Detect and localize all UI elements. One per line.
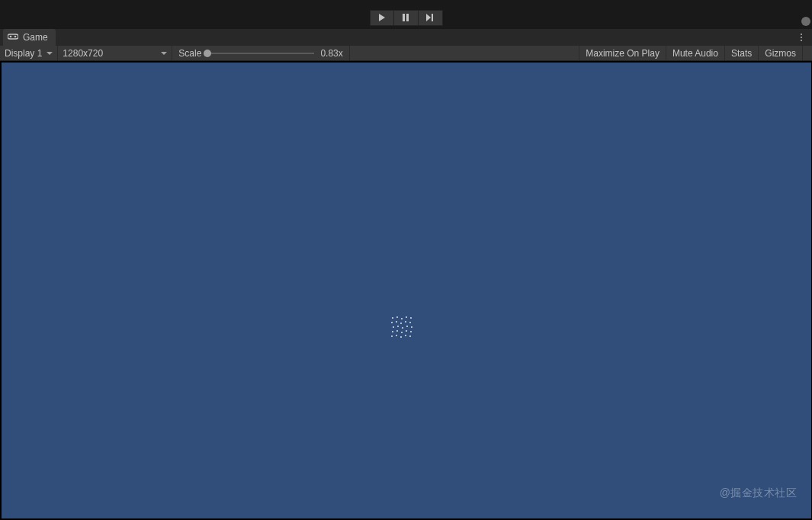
svg-point-30: [400, 336, 402, 338]
chevron-down-icon: [161, 52, 167, 55]
mute-audio-toggle[interactable]: Mute Audio: [666, 46, 724, 60]
svg-point-27: [410, 331, 412, 332]
scene-object: [390, 315, 414, 339]
mute-label: Mute Audio: [672, 48, 718, 59]
svg-rect-4: [432, 14, 433, 21]
svg-point-6: [10, 36, 12, 38]
play-button[interactable]: [370, 10, 394, 26]
tab-label: Game: [23, 32, 48, 43]
svg-rect-1: [403, 14, 405, 21]
gizmos-dropdown[interactable]: [802, 46, 812, 60]
gizmos-toggle[interactable]: Gizmos: [758, 46, 802, 60]
game-tab-icon: [8, 32, 18, 43]
scale-group: Scale 0.83x: [172, 46, 349, 60]
play-controls: [370, 10, 443, 26]
svg-point-26: [406, 330, 407, 332]
svg-point-8: [392, 317, 393, 319]
svg-point-21: [406, 326, 408, 327]
svg-point-24: [396, 330, 398, 332]
scale-slider-thumb[interactable]: [204, 50, 211, 57]
scale-value: 0.83x: [320, 48, 342, 59]
step-icon: [425, 14, 435, 21]
watermark-text: @掘金技术社区: [720, 486, 798, 500]
tab-options-menu[interactable]: [795, 29, 807, 46]
svg-point-12: [410, 317, 412, 319]
top-toolbar: [0, 0, 812, 29]
svg-point-10: [401, 318, 403, 319]
tabs-row: Game: [0, 29, 812, 46]
svg-marker-0: [379, 14, 385, 21]
display-dropdown[interactable]: Display 1: [0, 46, 58, 60]
maximize-on-play-toggle[interactable]: Maximize On Play: [579, 46, 666, 60]
svg-rect-5: [8, 34, 18, 39]
svg-point-7: [14, 36, 17, 38]
scale-label: Scale: [178, 48, 201, 59]
svg-rect-2: [406, 14, 409, 21]
tab-game[interactable]: Game: [3, 29, 56, 46]
gizmos-label: Gizmos: [765, 48, 796, 59]
account-icon[interactable]: [801, 17, 810, 26]
chevron-down-icon: [47, 52, 53, 55]
game-view-container: @掘金技术社区: [0, 61, 812, 520]
game-canvas: @掘金技术社区: [2, 63, 811, 518]
svg-point-16: [405, 321, 406, 323]
stats-label: Stats: [731, 48, 752, 59]
step-button[interactable]: [419, 10, 443, 26]
pause-button[interactable]: [394, 10, 419, 26]
svg-point-9: [396, 316, 398, 318]
svg-point-15: [400, 323, 402, 324]
svg-point-25: [401, 332, 403, 333]
svg-point-19: [397, 326, 399, 327]
svg-point-13: [391, 322, 393, 323]
play-icon: [378, 14, 386, 21]
svg-point-17: [409, 322, 411, 323]
svg-point-18: [393, 326, 394, 328]
stats-toggle[interactable]: Stats: [724, 46, 758, 60]
svg-point-23: [392, 331, 393, 332]
svg-marker-3: [426, 14, 431, 21]
resolution-dropdown[interactable]: 1280x720: [58, 46, 172, 60]
resolution-label: 1280x720: [63, 48, 103, 59]
svg-point-22: [411, 326, 412, 328]
svg-point-14: [396, 321, 397, 323]
scale-slider[interactable]: [207, 53, 314, 54]
maximize-label: Maximize On Play: [586, 48, 660, 59]
svg-point-31: [405, 335, 406, 336]
svg-point-29: [396, 335, 397, 336]
display-label: Display 1: [5, 48, 42, 59]
svg-point-32: [409, 335, 411, 337]
svg-point-20: [402, 327, 403, 329]
svg-point-11: [406, 316, 407, 318]
game-options-bar: Display 1 1280x720 Scale 0.83x Maximize …: [0, 46, 812, 61]
watermark: @掘金技术社区: [720, 486, 798, 500]
pause-icon: [402, 14, 409, 21]
svg-point-28: [391, 335, 393, 337]
